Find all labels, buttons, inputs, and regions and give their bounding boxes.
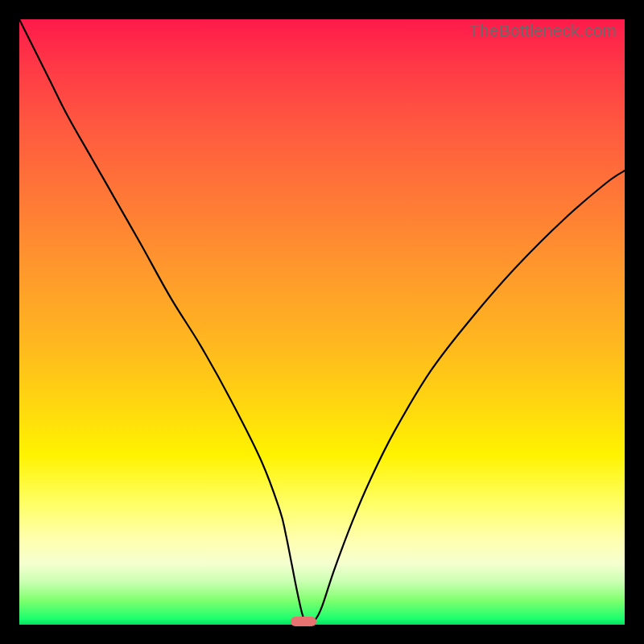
curve-path <box>19 19 625 622</box>
chart-frame: TheBottleneck.com <box>0 0 644 644</box>
optimum-marker <box>291 617 316 626</box>
plot-area: TheBottleneck.com <box>19 19 625 625</box>
bottleneck-curve <box>19 19 625 625</box>
